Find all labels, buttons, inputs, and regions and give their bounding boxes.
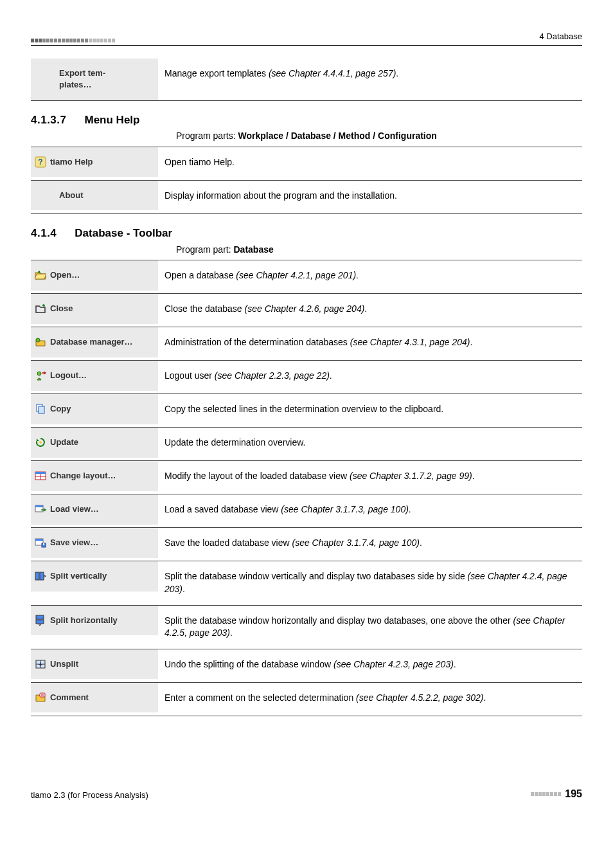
- toolbar-desc: Logout user (see Chapter 2.2.3, page 22)…: [158, 361, 582, 392]
- toolbar-label: Copy: [31, 394, 158, 424]
- desc-text: Administration of the determination data…: [164, 337, 350, 347]
- svg-rect-12: [35, 505, 43, 507]
- desc-ref: (see Chapter 4.2.3, page 203): [333, 659, 454, 669]
- menu-label: Export tem- plates…: [31, 59, 158, 100]
- program-parts-value: Workplace / Database / Method / Configur…: [238, 131, 436, 141]
- toolbar-label-text: Change layout…: [50, 470, 116, 482]
- toolbar-label-text: Open…: [50, 269, 80, 281]
- menu-row: AboutDisplay information about the progr…: [31, 181, 582, 214]
- toolbar-desc: Save the loaded database view (see Chapt…: [158, 528, 582, 559]
- update-icon: [35, 437, 46, 448]
- toolbar-row: +UnsplitUndo the splitting of the databa…: [31, 649, 582, 683]
- help-icon: ?: [35, 156, 46, 168]
- toolbar-desc: Split the database window vertically and…: [158, 561, 582, 604]
- svg-rect-17: [35, 572, 39, 580]
- toolbar-row: Database manager…Administration of the d…: [31, 327, 582, 361]
- open-icon: [35, 269, 46, 281]
- section-number: 4.1.3.7: [31, 113, 67, 128]
- desc-end: .: [396, 68, 398, 78]
- desc-ref: (see Chapter 4.2.6, page 204): [245, 303, 365, 314]
- toolbar-label-text: Save view…: [50, 537, 98, 548]
- toolbar-row: UpdateUpdate the determination overview.: [31, 428, 582, 461]
- page-number: 195: [565, 787, 582, 801]
- desc-text: Undo the splitting of the database windo…: [164, 659, 333, 669]
- toolbar-label-text: Close: [50, 303, 73, 314]
- toolbar-desc: Close the database (see Chapter 4.2.6, p…: [158, 294, 582, 325]
- desc-end: .: [409, 504, 411, 514]
- toolbar-label: Split vertically: [31, 561, 158, 591]
- desc-text: Close the database: [164, 303, 245, 314]
- toolbar-label: Update: [31, 428, 158, 457]
- menu-row: ?tiamo HelpOpen tiamo Help.: [31, 147, 582, 181]
- footer-product: tiamo 2.3 (for Process Analysis): [31, 790, 148, 801]
- copy-icon: [35, 403, 46, 415]
- menu-desc: Manage export templates (see Chapter 4.4…: [158, 59, 582, 89]
- toolbar-label: Close: [31, 294, 158, 323]
- program-parts-label: Program parts:: [176, 131, 238, 141]
- menu-desc: Display information about the program an…: [158, 181, 582, 212]
- desc-text: Copy the selected lines in the determina…: [164, 404, 443, 414]
- svg-text:+: +: [39, 661, 42, 668]
- toolbar-label-text: Unsplit: [50, 658, 78, 670]
- desc-text: Update the determination overview.: [164, 437, 305, 448]
- toolbar-row: Save view…Save the loaded database view …: [31, 528, 582, 561]
- toolbar-label: Save view…: [31, 528, 158, 557]
- close-icon: [35, 303, 46, 314]
- svg-point-6: [39, 441, 42, 444]
- page-header: 4 Database: [31, 31, 582, 46]
- toolbar-row: CommentEnter a comment on the selected d…: [31, 683, 582, 716]
- section-heading-menu-help: 4.1.3.7 Menu Help: [31, 113, 582, 128]
- toolbar-row: Change layout…Modify the layout of the l…: [31, 461, 582, 494]
- toolbar-label-text: Database manager…: [50, 336, 133, 348]
- desc-end: .: [454, 659, 456, 669]
- desc-text: Modify the layout of the loaded database…: [164, 471, 350, 481]
- program-part-value: Database: [233, 244, 273, 255]
- svg-point-2: [36, 338, 40, 342]
- section-number: 4.1.4: [31, 226, 57, 241]
- toolbar-desc: Load a saved database view (see Chapter …: [158, 494, 582, 525]
- svg-rect-14: [35, 539, 43, 541]
- menu-label: About: [31, 181, 158, 210]
- toolbar-label-text: Logout…: [50, 370, 87, 381]
- toolbar-desc: Enter a comment on the selected determin…: [158, 683, 582, 714]
- comment-icon: [35, 692, 46, 703]
- desc-end: .: [420, 538, 422, 548]
- toolbar-desc: Split the database window horizontally a…: [158, 606, 582, 649]
- toolbar-label-text: Copy: [50, 403, 71, 415]
- section-title: Menu Help: [85, 113, 140, 128]
- toolbar-label-text: Load view…: [50, 503, 99, 515]
- toolbar-label: Load view…: [31, 494, 158, 524]
- desc-end: .: [364, 303, 367, 314]
- desc-ref: (see Chapter 4.3.1, page 204): [350, 337, 470, 347]
- toolbar-label: +Unsplit: [31, 649, 158, 679]
- desc-text: Save the loaded database view: [164, 538, 292, 548]
- section-title: Database - Toolbar: [75, 226, 172, 241]
- menu-label-text: tiamo Help: [50, 156, 93, 168]
- toolbar-desc: Open a database (see Chapter 4.2.1, page…: [158, 260, 582, 291]
- desc-text: Enter a comment on the selected determin…: [164, 692, 356, 703]
- desc-ref: (see Chapter 3.1.7.3, page 100): [281, 504, 408, 514]
- dbmanager-icon: [35, 336, 46, 348]
- toolbar-desc: Modify the layout of the loaded database…: [158, 461, 582, 492]
- desc-ref: (see Chapter 4.5.2.2, page 302): [356, 692, 483, 703]
- svg-text:?: ?: [38, 158, 42, 167]
- desc-end: .: [182, 584, 185, 594]
- svg-rect-18: [40, 572, 44, 580]
- section-heading-toolbar: 4.1.4 Database - Toolbar: [31, 226, 582, 241]
- loadview-icon: [35, 503, 46, 515]
- toolbar-label-text: Split horizontally: [50, 615, 118, 626]
- logout-icon: [35, 370, 46, 381]
- toolbar-desc: Administration of the determination data…: [158, 327, 582, 358]
- desc-end: .: [356, 270, 359, 280]
- svg-rect-25: [40, 693, 45, 697]
- header-decoration: [31, 39, 115, 42]
- desc-ref: (see Chapter 3.1.7.4, page 100): [292, 538, 419, 548]
- page-footer: tiamo 2.3 (for Process Analysis) 195: [31, 787, 582, 801]
- desc-ref: (see Chapter 4.4.4.1, page 257): [269, 68, 396, 78]
- toolbar-row: Load view…Load a saved database view (se…: [31, 494, 582, 528]
- svg-rect-19: [36, 615, 44, 619]
- toolbar-desc: Copy the selected lines in the determina…: [158, 394, 582, 425]
- label-line1: Export tem-: [59, 68, 152, 79]
- svg-rect-20: [36, 620, 44, 624]
- toolbar-row: CloseClose the database (see Chapter 4.2…: [31, 294, 582, 327]
